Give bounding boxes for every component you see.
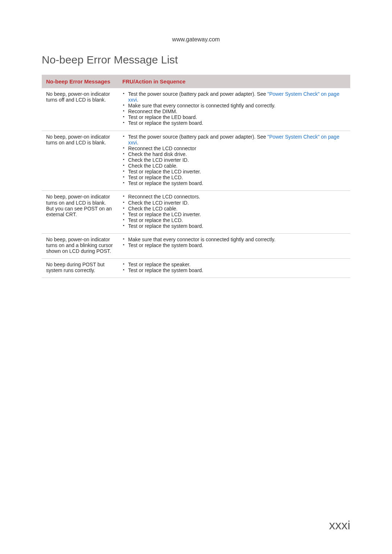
list-item: Reconnect the LCD connector [122,145,346,151]
row-label: No beep, power-on indicator turns off an… [42,88,118,131]
list-item: Check the LCD inverter ID. [122,200,346,206]
list-item: Test or replace the speaker. [122,262,346,267]
table-header-action: FRU/Action in Sequence [118,75,350,88]
list-item: Test or replace the LCD. [122,217,346,223]
row-actions: Test the power source (battery pack and … [118,88,350,131]
row-actions: Test the power source (battery pack and … [118,131,350,191]
list-item: Test or replace the LCD inverter. [122,169,346,175]
list-item: Reconnect the DIMM. [122,108,346,114]
list-item: Reconnect the LCD connectors. [122,194,346,200]
list-item: Test or replace the LCD. [122,175,346,180]
table-row: No beep, power-on indicator turns on and… [42,233,350,258]
error-table: No-beep Error Messages FRU/Action in Seq… [42,75,350,278]
list-item: Check the LCD cable. [122,206,346,212]
row-actions: Reconnect the LCD connectors. Check the … [118,191,350,234]
list-item: Test or replace the system board. [122,180,346,186]
page-title: No-beep Error Message List [42,54,350,66]
row-label: No beep, power-on indicator turns on and… [42,131,118,191]
table-row: No beep, power-on indicator turns on and… [42,191,350,234]
table-header-messages: No-beep Error Messages [42,75,118,88]
list-item: Test or replace the LCD inverter. [122,212,346,217]
list-item: Test or replace the system board. [122,223,346,229]
list-item: Test the power source (battery pack and … [122,91,346,103]
list-item: Check the LCD inverter ID. [122,157,346,163]
list-item: Make sure that every connector is connec… [122,237,346,242]
row-label: No beep, power-on indicator turns on and… [42,233,118,258]
row-actions: Make sure that every connector is connec… [118,233,350,258]
page-number: xxxi [329,518,350,532]
list-item: Check the LCD cable. [122,163,346,169]
table-row: No beep, power-on indicator turns on and… [42,131,350,191]
table-row: No beep during POST but system runs corr… [42,259,350,278]
list-item: Test or replace the system board. [122,267,346,273]
header-url: www.gateway.com [42,36,350,43]
row-label: No beep during POST but system runs corr… [42,259,118,278]
list-item: Check the hard disk drive. [122,151,346,157]
list-item: Test or replace the system board. [122,242,346,248]
list-item: Test or replace the LED board. [122,114,346,120]
row-label: No beep, power-on indicator turns on and… [42,191,118,234]
table-row: No beep, power-on indicator turns off an… [42,88,350,131]
row-actions: Test or replace the speaker. Test or rep… [118,259,350,278]
list-item: Test the power source (battery pack and … [122,134,346,145]
list-item: Test or replace the system board. [122,120,346,126]
list-item: Make sure that every connector is connec… [122,103,346,108]
